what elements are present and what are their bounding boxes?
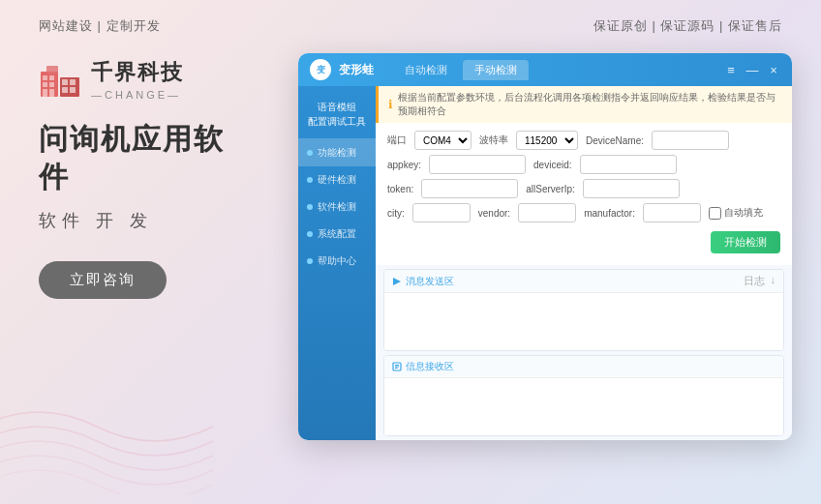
notice-text: 根据当前配置参数环境，后台流程化调用各项检测指令并返回响应结果，检验结果是否与预… [398, 91, 782, 118]
window-menu-icon[interactable]: ≡ [724, 63, 738, 76]
sidebar-item-help[interactable]: 帮助中心 [298, 248, 376, 275]
svg-rect-5 [62, 87, 68, 93]
token-label: token: [387, 184, 413, 194]
topbar-right: 保证原创 | 保证源码 | 保证售后 [593, 17, 782, 35]
svg-marker-13 [393, 278, 401, 285]
baud-label: 波特率 [479, 133, 508, 147]
main-title: 问询机应用软件 [39, 120, 252, 195]
sidebar: 语音模组 配置调试工具 功能检测 硬件检测 软件检测 系统配置 [298, 86, 376, 440]
receive-icon [392, 362, 402, 371]
manufactor-label: manufactor: [584, 208, 635, 219]
appkey-label: appkey: [387, 160, 421, 170]
sidebar-dot [307, 231, 313, 237]
manufactor-input[interactable] [643, 203, 701, 222]
svg-rect-12 [49, 89, 54, 97]
app-window: 变 变形蛙 自动检测 手动检测 ≡ — × 语音模组 [298, 53, 792, 440]
sidebar-header: 语音模组 配置调试工具 [298, 94, 376, 139]
vendor-input[interactable] [518, 203, 576, 222]
brand-name: 千界科技 [91, 58, 184, 87]
form-row-3: token: allServerIp: [387, 179, 780, 198]
tab-auto-detect[interactable]: 自动检测 [393, 60, 459, 80]
sidebar-item-function[interactable]: 功能检测 [298, 139, 376, 166]
receive-panel-title: 信息接收区 [392, 360, 454, 373]
cta-button[interactable]: 立即咨询 [39, 261, 167, 299]
vendor-label: vendor: [478, 208, 510, 219]
start-detect-button[interactable]: 开始检测 [711, 231, 780, 253]
window-brand-name: 变形蛙 [339, 62, 374, 78]
form-row-2: appkey: deviceid: [387, 155, 780, 174]
sidebar-dot [307, 177, 313, 183]
auto-fill-checkbox[interactable] [709, 207, 721, 220]
svg-rect-1 [46, 66, 58, 74]
svg-rect-8 [49, 75, 54, 80]
port-select[interactable]: COM4 [414, 131, 471, 150]
send-panel-title: 消息发送区 [392, 275, 454, 288]
brand-logo: 千界科技 —CHANGE— [39, 58, 252, 101]
svg-rect-4 [70, 79, 76, 85]
send-panel-icons: 日志 ↓ [744, 274, 776, 288]
sidebar-item-software[interactable]: 软件检测 [298, 193, 376, 221]
top-bar: 网站建设 | 定制开发 保证原创 | 保证源码 | 保证售后 [0, 17, 821, 35]
notice-bar: ℹ 根据当前配置参数环境，后台流程化调用各项检测指令并返回响应结果，检验结果是否… [376, 86, 792, 123]
allserverip-input[interactable] [583, 179, 680, 198]
port-label: 端口 [387, 133, 407, 147]
main-area: ℹ 根据当前配置参数环境，后台流程化调用各项检测指令并返回响应结果，检验结果是否… [376, 86, 792, 440]
message-receive-panel: 信息接收区 [383, 355, 784, 437]
form-area: 端口 COM4 波特率 115200 DeviceName: appkey: [376, 123, 792, 265]
log-button[interactable]: 日志 [744, 274, 765, 288]
tab-manual-detect[interactable]: 手动检测 [463, 60, 529, 80]
brand-icon [39, 58, 81, 101]
sidebar-dot [307, 258, 313, 264]
baud-select[interactable]: 115200 [516, 131, 578, 150]
window-tabs: 自动检测 手动检测 [393, 60, 529, 80]
notice-icon: ℹ [388, 98, 393, 111]
receive-panel-header: 信息接收区 [384, 356, 783, 378]
send-panel-header: 消息发送区 日志 ↓ [384, 270, 783, 293]
devicename-input[interactable] [652, 131, 729, 150]
sidebar-item-hardware[interactable]: 硬件检测 [298, 166, 376, 193]
page-wrapper: 网站建设 | 定制开发 保证原创 | 保证源码 | 保证售后 [0, 0, 821, 504]
allserverip-label: allServerIp: [526, 184, 575, 194]
form-row-4: city: vendor: manufactor: 自动填充 [387, 203, 780, 222]
window-close-icon[interactable]: × [767, 63, 780, 76]
send-panel-body [384, 293, 783, 350]
message-section: 消息发送区 日志 ↓ [376, 265, 792, 440]
window-logo: 变 [310, 59, 331, 80]
auto-fill-label[interactable]: 自动填充 [709, 206, 763, 220]
decorative-waves [0, 349, 242, 494]
sub-title: 软件 开 发 [39, 209, 252, 232]
deviceid-input[interactable] [580, 155, 677, 174]
window-controls: ≡ — × [724, 63, 780, 76]
svg-rect-6 [70, 87, 76, 93]
form-row-1: 端口 COM4 波特率 115200 DeviceName: [387, 131, 780, 150]
svg-rect-3 [62, 79, 68, 85]
message-send-panel: 消息发送区 日志 ↓ [383, 269, 784, 351]
download-icon[interactable]: ↓ [771, 274, 776, 288]
window-body: 语音模组 配置调试工具 功能检测 硬件检测 软件检测 系统配置 [298, 86, 792, 440]
receive-panel-body [384, 378, 783, 436]
devicename-label: DeviceName: [586, 135, 644, 146]
svg-rect-10 [49, 82, 54, 87]
city-label: city: [387, 208, 405, 219]
token-input[interactable] [421, 179, 518, 198]
window-titlebar: 变 变形蛙 自动检测 手动检测 ≡ — × [298, 53, 792, 86]
city-input[interactable] [412, 203, 471, 222]
svg-rect-11 [43, 89, 47, 97]
topbar-left: 网站建设 | 定制开发 [39, 17, 161, 35]
appkey-input[interactable] [429, 155, 526, 174]
svg-rect-7 [43, 75, 47, 80]
left-content: 千界科技 —CHANGE— 问询机应用软件 软件 开 发 立即咨询 [39, 58, 252, 299]
sidebar-item-system[interactable]: 系统配置 [298, 221, 376, 248]
send-icon [392, 277, 402, 286]
brand-sub: —CHANGE— [91, 89, 184, 101]
sidebar-dot [307, 150, 313, 156]
brand-text: 千界科技 —CHANGE— [91, 58, 184, 101]
window-minimize-icon[interactable]: — [745, 63, 759, 76]
deviceid-label: deviceid: [533, 160, 571, 170]
sidebar-dot [307, 204, 313, 210]
svg-rect-9 [43, 82, 47, 87]
